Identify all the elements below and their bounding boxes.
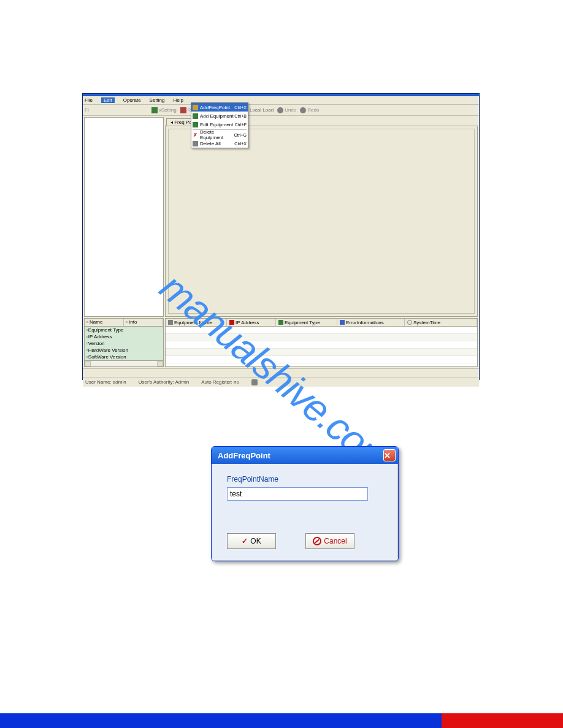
status-register: Auto Register: no bbox=[201, 379, 239, 385]
menubar: File Edit Operate Setting Help bbox=[83, 96, 479, 105]
status-authority: User's Authority: Admin bbox=[139, 379, 189, 385]
col-equipment-name[interactable]: Equipment Name bbox=[166, 319, 227, 326]
dialog-titlebar[interactable]: AddFreqPoint ✕ bbox=[212, 447, 398, 464]
error-icon bbox=[340, 320, 345, 325]
table-row[interactable] bbox=[166, 349, 477, 356]
body-area: ◂ Freq Point bbox=[83, 116, 479, 318]
prop-row[interactable]: ▫SoftWare Version bbox=[85, 354, 163, 360]
footer-bar-red bbox=[442, 713, 563, 728]
properties-panel: ▫ Name ▫ Info ▫Equipment Type ▫IP Addres… bbox=[84, 318, 164, 367]
table-row[interactable] bbox=[166, 334, 477, 341]
menu-item-addfreqpoint[interactable]: AddFreqPoint Ctrl+X bbox=[191, 103, 248, 112]
edit-dropdown: AddFreqPoint Ctrl+X Add Equipment Ctrl+B… bbox=[191, 102, 248, 148]
menu-item-deleteall[interactable]: Delete All Ctrl+X bbox=[191, 139, 248, 148]
table-row[interactable] bbox=[166, 341, 477, 349]
menu-item-deleteequipment[interactable]: ✗ Delete Equipment Ctrl+G bbox=[191, 131, 248, 139]
freqpointname-input[interactable] bbox=[227, 487, 368, 501]
close-button[interactable]: ✕ bbox=[383, 449, 396, 461]
scroll-right-button[interactable] bbox=[157, 361, 163, 366]
tb-fi: Fi bbox=[85, 107, 89, 113]
col-name[interactable]: ▫ Name bbox=[85, 319, 124, 326]
dialog-title: AddFreqPoint bbox=[218, 451, 383, 460]
type-icon bbox=[278, 320, 283, 325]
list-icon bbox=[168, 320, 173, 325]
addequipment-icon bbox=[193, 113, 198, 119]
properties-header: ▫ Name ▫ Info bbox=[84, 318, 164, 327]
status-icon bbox=[251, 379, 258, 385]
addfreqpoint-icon bbox=[193, 105, 198, 110]
col-systemtime[interactable]: SystemTime bbox=[405, 319, 477, 326]
menu-item-editequipment[interactable]: Edit Equipment Ctrl+F bbox=[191, 120, 248, 129]
col-equipment-type[interactable]: Equipment Type bbox=[276, 319, 337, 326]
statusbar: User Name: admin User's Authority: Admin… bbox=[83, 377, 479, 387]
redo-icon bbox=[300, 107, 306, 113]
grid-body[interactable] bbox=[165, 327, 478, 367]
editequipment-icon bbox=[193, 122, 198, 127]
ip-icon bbox=[229, 320, 234, 325]
prop-row[interactable]: ▫IP Address bbox=[85, 333, 163, 340]
table-row[interactable] bbox=[166, 327, 477, 334]
toolbar: Fi vSetting Restart Local Save Local Loa… bbox=[83, 105, 479, 116]
restart-icon bbox=[180, 107, 186, 113]
footer-bar-blue bbox=[0, 713, 442, 728]
undo-icon bbox=[277, 107, 283, 113]
prop-row[interactable]: ▫HardWare Version bbox=[85, 347, 163, 354]
canvas bbox=[165, 126, 478, 317]
check-icon: ✓ bbox=[242, 537, 248, 545]
main-window: File Edit Operate Setting Help Fi vSetti… bbox=[82, 93, 480, 380]
table-row[interactable] bbox=[166, 356, 477, 363]
tree-panel[interactable] bbox=[84, 117, 164, 317]
col-ip[interactable]: IP Address bbox=[227, 319, 276, 326]
tb-redo[interactable]: Redo bbox=[300, 107, 319, 113]
blank-strip bbox=[83, 368, 479, 377]
menu-file[interactable]: File bbox=[85, 97, 93, 103]
ok-button[interactable]: ✓ OK bbox=[227, 533, 276, 549]
prop-row[interactable]: ▫Version bbox=[85, 340, 163, 347]
freqpointname-label: FreqPointName bbox=[227, 475, 383, 483]
tb-setting[interactable]: vSetting bbox=[151, 107, 177, 113]
close-icon: ✕ bbox=[384, 451, 395, 460]
cancel-icon bbox=[313, 537, 321, 545]
status-user: User Name: admin bbox=[85, 379, 126, 385]
prop-row[interactable]: ▫Equipment Type bbox=[85, 327, 163, 333]
scroll-left-button[interactable] bbox=[85, 361, 91, 366]
col-error[interactable]: ErrorInformations bbox=[337, 319, 405, 326]
col-info[interactable]: ▫ Info bbox=[124, 319, 163, 326]
lower-panels: ▫ Name ▫ Info ▫Equipment Type ▫IP Addres… bbox=[83, 318, 479, 368]
gear-icon bbox=[151, 107, 158, 113]
menu-help[interactable]: Help bbox=[174, 97, 183, 103]
cancel-button[interactable]: Cancel bbox=[305, 533, 354, 549]
menu-setting[interactable]: Setting bbox=[150, 97, 165, 103]
menu-operate[interactable]: Operate bbox=[123, 97, 141, 103]
tb-undo[interactable]: Undo bbox=[277, 107, 296, 113]
menu-edit[interactable]: Edit bbox=[101, 97, 115, 103]
canvas-inner bbox=[168, 129, 475, 314]
trash-icon bbox=[193, 141, 198, 146]
grid-panel: Equipment Name IP Address Equipment Type… bbox=[165, 318, 478, 367]
properties-scrollbar[interactable] bbox=[84, 361, 164, 367]
addfreqpoint-dialog: AddFreqPoint ✕ FreqPointName ✓ OK Cancel bbox=[211, 446, 399, 561]
delete-icon: ✗ bbox=[193, 132, 198, 138]
dialog-body: FreqPointName ✓ OK Cancel bbox=[212, 464, 398, 561]
menu-item-addequipment[interactable]: Add Equipment Ctrl+B bbox=[191, 112, 248, 120]
dialog-buttons: ✓ OK Cancel bbox=[227, 533, 354, 549]
clock-icon bbox=[407, 320, 412, 325]
scroll-track[interactable] bbox=[91, 361, 157, 366]
grid-header: Equipment Name IP Address Equipment Type… bbox=[165, 318, 478, 327]
properties-body: ▫Equipment Type ▫IP Address ▫Version ▫Ha… bbox=[84, 327, 164, 361]
